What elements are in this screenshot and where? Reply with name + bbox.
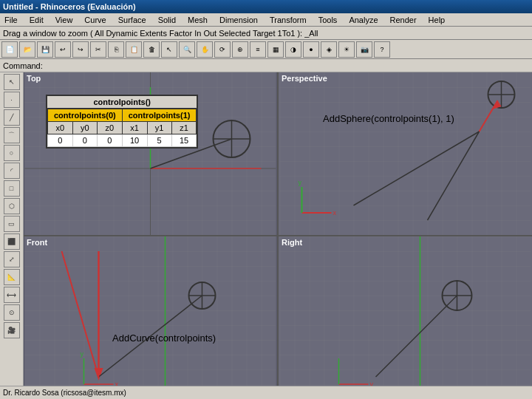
sb-select[interactable]: ↖ xyxy=(4,74,20,90)
menu-edit[interactable]: Edit xyxy=(27,15,47,25)
cp-header0: controlpoints(0) xyxy=(48,109,123,122)
tb-layer[interactable]: ▦ xyxy=(267,41,284,58)
svg-rect-11 xyxy=(280,72,531,235)
sb-circle[interactable]: ○ xyxy=(4,145,20,161)
sb-osnap[interactable]: ⊙ xyxy=(4,304,20,321)
tb-rotate[interactable]: ⟳ xyxy=(214,41,231,58)
prompt-label: Command: xyxy=(3,61,43,70)
viewport-top[interactable]: Top xyxy=(24,72,277,235)
tb-select[interactable]: ↖ xyxy=(161,41,177,58)
vp-perspective-svg: x y xyxy=(279,72,532,235)
svg-text:y: y xyxy=(299,179,302,186)
menubar: File Edit View Curve Surface Solid Mesh … xyxy=(0,13,532,27)
addcurve-annotation: AddCurve(controlpoints) xyxy=(112,332,216,344)
cp-val-y0: 0 xyxy=(72,134,98,147)
tb-paste[interactable]: 📋 xyxy=(126,41,142,58)
sb-poly[interactable]: ⬡ xyxy=(4,198,20,214)
cp-val-z0: 0 xyxy=(98,134,123,147)
menu-help[interactable]: Help xyxy=(426,15,449,25)
sb-dim[interactable]: ⟷ xyxy=(4,287,20,303)
sb-line[interactable]: ╱ xyxy=(4,109,20,126)
menu-view[interactable]: View xyxy=(52,15,76,25)
menu-mesh[interactable]: Mesh xyxy=(185,15,211,25)
menu-tools[interactable]: Tools xyxy=(316,15,341,25)
vp-top-label: Top xyxy=(27,74,41,83)
cp-col-z1: z1 xyxy=(171,122,197,134)
statusbar-text: Dr. Ricardo Sosa (ricsosa@itesm.mx) xyxy=(3,389,126,397)
tb-pan[interactable]: ✋ xyxy=(197,41,213,58)
left-sidebar: ↖ · ╱ ⌒ ○ ◜ □ ⬡ ▭ ⬛ ⤢ 📐 ⟷ ⊙ 🎥 xyxy=(0,72,24,399)
menu-surface[interactable]: Surface xyxy=(115,15,149,25)
commandbar: Drag a window to zoom ( All Dynamic Exte… xyxy=(0,27,532,40)
tb-open[interactable]: 📂 xyxy=(19,41,35,58)
tb-render2[interactable]: ● xyxy=(303,41,319,58)
cp-val-y1: 5 xyxy=(147,134,171,147)
sb-rect[interactable]: □ xyxy=(4,180,20,197)
svg-text:y: y xyxy=(81,350,84,358)
vp-perspective-label: Perspective xyxy=(282,74,327,83)
menu-solid[interactable]: Solid xyxy=(155,15,179,25)
sb-analyze[interactable]: 📐 xyxy=(4,269,20,285)
menu-render[interactable]: Render xyxy=(387,15,420,25)
tb-snap[interactable]: ⊕ xyxy=(232,41,248,58)
sb-curve[interactable]: ⌒ xyxy=(4,127,20,143)
viewport-perspective[interactable]: Perspective x y xyxy=(279,72,532,235)
tb-undo[interactable]: ↩ xyxy=(55,41,71,58)
statusbar: Dr. Ricardo Sosa (ricsosa@itesm.mx) xyxy=(0,386,532,399)
menu-dimension[interactable]: Dimension xyxy=(216,15,261,25)
sb-point[interactable]: · xyxy=(4,92,20,108)
tb-material[interactable]: ◈ xyxy=(321,41,337,58)
commandbar-hint: Drag a window to zoom ( All Dynamic Exte… xyxy=(3,29,318,38)
titlebar: Untitled - Rhinoceros (Evaluación) xyxy=(0,0,532,13)
tb-render1[interactable]: ◑ xyxy=(285,41,301,58)
tb-camera[interactable]: 📷 xyxy=(356,41,372,58)
cp-col-x1: x1 xyxy=(122,122,147,134)
viewports-grid: Top xyxy=(24,72,532,399)
title-text: Untitled - Rhinoceros (Evaluación) xyxy=(3,2,136,11)
addsphere-annotation: AddSphere(controlpoints(1), 1) xyxy=(323,113,454,124)
cp-val-x1: 10 xyxy=(122,134,147,147)
menu-curve[interactable]: Curve xyxy=(81,15,109,25)
tb-light[interactable]: ☀ xyxy=(338,41,355,58)
menu-file[interactable]: File xyxy=(1,15,21,25)
tb-cut[interactable]: ✂ xyxy=(90,41,106,58)
tb-props[interactable]: ≡ xyxy=(250,41,266,58)
tb-delete[interactable]: 🗑 xyxy=(143,41,160,58)
menu-transform[interactable]: Transform xyxy=(267,15,310,25)
svg-text:x: x xyxy=(333,209,337,216)
cp-header1: controlpoints(1) xyxy=(122,109,197,122)
sb-transform[interactable]: ⤢ xyxy=(4,251,20,267)
sb-solid[interactable]: ⬛ xyxy=(4,233,20,250)
tb-redo[interactable]: ↪ xyxy=(72,41,89,58)
cp-val-x0: 0 xyxy=(48,134,73,147)
cp-col-z0: z0 xyxy=(98,122,123,134)
tb-help[interactable]: ? xyxy=(374,41,390,58)
vp-right-svg: y xyxy=(279,236,532,399)
command-prompt: Command: xyxy=(0,59,532,72)
main-area: ↖ · ╱ ⌒ ○ ◜ □ ⬡ ▭ ⬛ ⤢ 📐 ⟷ ⊙ 🎥 Top xyxy=(0,72,532,399)
tb-save[interactable]: 💾 xyxy=(37,41,53,58)
cp-col-x0: x0 xyxy=(48,122,73,134)
vp-front-svg: x y xyxy=(24,236,277,399)
svg-rect-38 xyxy=(280,236,531,399)
viewport-front[interactable]: Front x y xyxy=(24,236,277,399)
vp-right-label: Right xyxy=(282,238,302,247)
sb-arc[interactable]: ◜ xyxy=(4,163,20,179)
vp-front-label: Front xyxy=(27,238,47,247)
viewport-right[interactable]: Right y xyxy=(279,236,532,399)
tb-zoom[interactable]: 🔍 xyxy=(179,41,195,58)
tb-copy[interactable]: ⎘ xyxy=(108,41,124,58)
sb-surface[interactable]: ▭ xyxy=(4,216,20,232)
controlpoints-table: controlpoints() controlpoints(0) control… xyxy=(46,95,198,149)
toolbar: 📄 📂 💾 ↩ ↪ ✂ ⎘ 📋 🗑 ↖ 🔍 ✋ ⟳ ⊕ ≡ ▦ ◑ ● ◈ ☀ … xyxy=(0,40,532,59)
tb-new[interactable]: 📄 xyxy=(1,41,18,58)
menu-analyze[interactable]: Analyze xyxy=(346,15,381,25)
cp-col-y0: y0 xyxy=(72,122,98,134)
sb-camera[interactable]: 🎥 xyxy=(4,322,20,338)
cp-col-y1: y1 xyxy=(147,122,171,134)
svg-rect-24 xyxy=(25,236,276,399)
cp-title: controlpoints() xyxy=(47,96,197,109)
cp-val-z1: 15 xyxy=(171,134,197,147)
